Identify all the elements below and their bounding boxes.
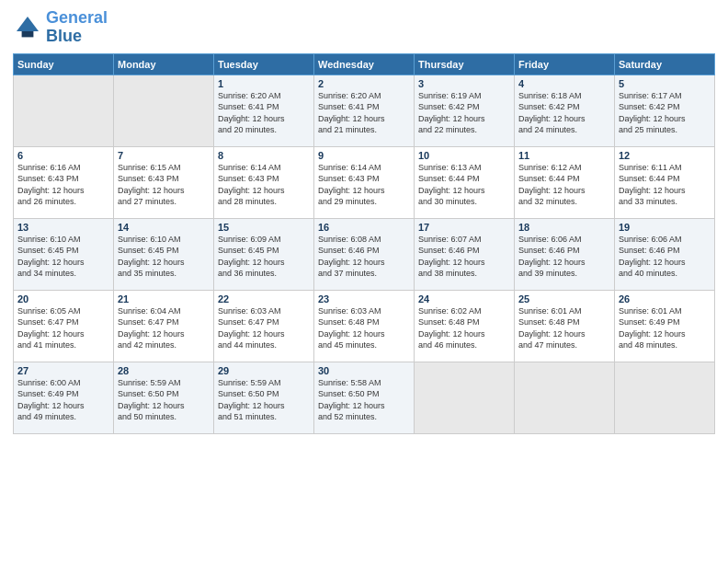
calendar-cell (114, 75, 214, 146)
day-info: Sunrise: 6:03 AM Sunset: 6:47 PM Dayligh… (218, 305, 310, 351)
day-info: Sunrise: 6:15 AM Sunset: 6:43 PM Dayligh… (118, 162, 210, 208)
header-cell-friday: Friday (515, 53, 615, 75)
calendar-cell: 4Sunrise: 6:18 AM Sunset: 6:42 PM Daylig… (515, 75, 615, 146)
day-info: Sunrise: 6:13 AM Sunset: 6:44 PM Dayligh… (418, 162, 510, 208)
day-info: Sunrise: 6:14 AM Sunset: 6:43 PM Dayligh… (218, 162, 310, 208)
day-number: 5 (619, 78, 711, 89)
day-info: Sunrise: 6:12 AM Sunset: 6:44 PM Dayligh… (518, 162, 610, 208)
day-info: Sunrise: 6:20 AM Sunset: 6:41 PM Dayligh… (218, 90, 310, 136)
header-cell-monday: Monday (114, 53, 214, 75)
day-info: Sunrise: 6:14 AM Sunset: 6:43 PM Dayligh… (318, 162, 410, 208)
calendar-cell: 15Sunrise: 6:09 AM Sunset: 6:45 PM Dayli… (214, 218, 314, 290)
header-cell-tuesday: Tuesday (214, 53, 314, 75)
calendar-cell: 26Sunrise: 6:01 AM Sunset: 6:49 PM Dayli… (615, 290, 715, 362)
header-cell-sunday: Sunday (14, 53, 114, 75)
day-info: Sunrise: 5:59 AM Sunset: 6:50 PM Dayligh… (118, 377, 210, 423)
day-info: Sunrise: 6:08 AM Sunset: 6:46 PM Dayligh… (318, 234, 410, 280)
calendar-cell: 2Sunrise: 6:20 AM Sunset: 6:41 PM Daylig… (314, 75, 415, 146)
calendar-cell: 6Sunrise: 6:16 AM Sunset: 6:43 PM Daylig… (14, 146, 114, 218)
page-container: General Blue SundayMondayTuesdayWednesda… (0, 0, 728, 443)
day-number: 18 (518, 222, 610, 233)
calendar-cell: 21Sunrise: 6:04 AM Sunset: 6:47 PM Dayli… (114, 290, 214, 362)
logo: General Blue (13, 9, 108, 46)
calendar-cell: 29Sunrise: 5:59 AM Sunset: 6:50 PM Dayli… (214, 362, 314, 433)
calendar-cell: 12Sunrise: 6:11 AM Sunset: 6:44 PM Dayli… (615, 146, 715, 218)
calendar-cell: 27Sunrise: 6:00 AM Sunset: 6:49 PM Dayli… (14, 362, 114, 433)
calendar-cell: 7Sunrise: 6:15 AM Sunset: 6:43 PM Daylig… (114, 146, 214, 218)
calendar-cell: 9Sunrise: 6:14 AM Sunset: 6:43 PM Daylig… (314, 146, 415, 218)
day-number: 10 (418, 150, 510, 161)
header-row: SundayMondayTuesdayWednesdayThursdayFrid… (14, 53, 715, 75)
header-cell-wednesday: Wednesday (314, 53, 415, 75)
calendar-cell: 13Sunrise: 6:10 AM Sunset: 6:45 PM Dayli… (14, 218, 114, 290)
day-info: Sunrise: 6:03 AM Sunset: 6:48 PM Dayligh… (318, 305, 410, 351)
calendar-cell: 24Sunrise: 6:02 AM Sunset: 6:48 PM Dayli… (415, 290, 515, 362)
day-number: 21 (118, 293, 210, 304)
day-number: 26 (619, 293, 711, 304)
calendar-cell: 30Sunrise: 5:58 AM Sunset: 6:50 PM Dayli… (314, 362, 415, 433)
calendar-cell: 25Sunrise: 6:01 AM Sunset: 6:48 PM Dayli… (515, 290, 615, 362)
day-number: 6 (17, 150, 109, 161)
day-info: Sunrise: 6:10 AM Sunset: 6:45 PM Dayligh… (118, 234, 210, 280)
svg-marker-0 (17, 17, 39, 31)
calendar-cell (515, 362, 615, 433)
logo-text: General Blue (46, 9, 108, 46)
day-number: 17 (418, 222, 510, 233)
calendar-cell: 19Sunrise: 6:06 AM Sunset: 6:46 PM Dayli… (615, 218, 715, 290)
header-cell-saturday: Saturday (615, 53, 715, 75)
logo-icon (13, 13, 42, 42)
day-number: 12 (619, 150, 711, 161)
day-number: 14 (118, 222, 210, 233)
svg-rect-1 (22, 31, 34, 37)
day-number: 1 (218, 78, 310, 89)
day-info: Sunrise: 6:07 AM Sunset: 6:46 PM Dayligh… (418, 234, 510, 280)
day-info: Sunrise: 6:17 AM Sunset: 6:42 PM Dayligh… (619, 90, 711, 136)
day-number: 20 (17, 293, 109, 304)
day-number: 19 (619, 222, 711, 233)
week-row-4: 20Sunrise: 6:05 AM Sunset: 6:47 PM Dayli… (14, 290, 715, 362)
day-info: Sunrise: 6:09 AM Sunset: 6:45 PM Dayligh… (218, 234, 310, 280)
calendar-cell: 23Sunrise: 6:03 AM Sunset: 6:48 PM Dayli… (314, 290, 415, 362)
day-info: Sunrise: 6:16 AM Sunset: 6:43 PM Dayligh… (17, 162, 109, 208)
calendar-cell: 1Sunrise: 6:20 AM Sunset: 6:41 PM Daylig… (214, 75, 314, 146)
day-info: Sunrise: 6:06 AM Sunset: 6:46 PM Dayligh… (518, 234, 610, 280)
day-info: Sunrise: 6:04 AM Sunset: 6:47 PM Dayligh… (118, 305, 210, 351)
calendar-body: 1Sunrise: 6:20 AM Sunset: 6:41 PM Daylig… (14, 75, 715, 433)
calendar-cell: 28Sunrise: 5:59 AM Sunset: 6:50 PM Dayli… (114, 362, 214, 433)
day-info: Sunrise: 6:02 AM Sunset: 6:48 PM Dayligh… (418, 305, 510, 351)
day-number: 23 (318, 293, 410, 304)
day-number: 13 (17, 222, 109, 233)
day-info: Sunrise: 5:59 AM Sunset: 6:50 PM Dayligh… (218, 377, 310, 423)
day-number: 28 (118, 365, 210, 376)
day-info: Sunrise: 6:20 AM Sunset: 6:41 PM Dayligh… (318, 90, 410, 136)
week-row-3: 13Sunrise: 6:10 AM Sunset: 6:45 PM Dayli… (14, 218, 715, 290)
day-info: Sunrise: 6:00 AM Sunset: 6:49 PM Dayligh… (17, 377, 109, 423)
day-number: 4 (518, 78, 610, 89)
day-info: Sunrise: 6:01 AM Sunset: 6:48 PM Dayligh… (518, 305, 610, 351)
day-info: Sunrise: 6:11 AM Sunset: 6:44 PM Dayligh… (619, 162, 711, 208)
week-row-5: 27Sunrise: 6:00 AM Sunset: 6:49 PM Dayli… (14, 362, 715, 433)
day-info: Sunrise: 6:19 AM Sunset: 6:42 PM Dayligh… (418, 90, 510, 136)
calendar-cell: 8Sunrise: 6:14 AM Sunset: 6:43 PM Daylig… (214, 146, 314, 218)
calendar-cell: 11Sunrise: 6:12 AM Sunset: 6:44 PM Dayli… (515, 146, 615, 218)
calendar-cell: 3Sunrise: 6:19 AM Sunset: 6:42 PM Daylig… (415, 75, 515, 146)
day-info: Sunrise: 6:05 AM Sunset: 6:47 PM Dayligh… (17, 305, 109, 351)
day-info: Sunrise: 6:06 AM Sunset: 6:46 PM Dayligh… (619, 234, 711, 280)
calendar-cell: 16Sunrise: 6:08 AM Sunset: 6:46 PM Dayli… (314, 218, 415, 290)
day-info: Sunrise: 6:10 AM Sunset: 6:45 PM Dayligh… (17, 234, 109, 280)
calendar-cell: 22Sunrise: 6:03 AM Sunset: 6:47 PM Dayli… (214, 290, 314, 362)
week-row-1: 1Sunrise: 6:20 AM Sunset: 6:41 PM Daylig… (14, 75, 715, 146)
day-number: 29 (218, 365, 310, 376)
day-number: 7 (118, 150, 210, 161)
day-number: 16 (318, 222, 410, 233)
day-number: 15 (218, 222, 310, 233)
day-number: 25 (518, 293, 610, 304)
day-number: 11 (518, 150, 610, 161)
week-row-2: 6Sunrise: 6:16 AM Sunset: 6:43 PM Daylig… (14, 146, 715, 218)
day-number: 27 (17, 365, 109, 376)
day-number: 22 (218, 293, 310, 304)
day-number: 3 (418, 78, 510, 89)
calendar-cell (415, 362, 515, 433)
day-number: 24 (418, 293, 510, 304)
day-info: Sunrise: 5:58 AM Sunset: 6:50 PM Dayligh… (318, 377, 410, 423)
